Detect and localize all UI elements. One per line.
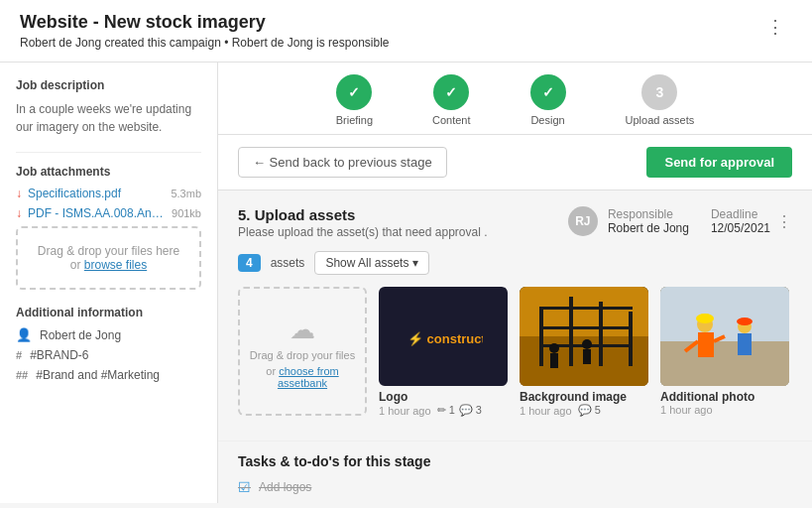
task-checkbox-done[interactable]: ☑ (238, 479, 251, 495)
brand-icon: # (16, 349, 22, 361)
svg-text:⚡ construct.: ⚡ construct. (407, 330, 483, 347)
upload-cloud-icon: ☁ (290, 315, 315, 345)
svg-rect-15 (660, 341, 789, 386)
browse-files-link[interactable]: browse files (84, 258, 147, 272)
asset-card-logo: ⚡ construct. Logo 1 hour ago ✏ 1 💬 3 (379, 287, 508, 417)
deadline-label: Deadline (711, 207, 770, 221)
send-back-button[interactable]: ← Send back to previous stage (238, 147, 447, 178)
task-label: Add logos (259, 480, 311, 494)
task-label: Check colors (259, 502, 327, 503)
asset-name-background: Background image (520, 390, 648, 404)
actions-bar: ← Send back to previous stage Send for a… (218, 135, 812, 190)
responsible-by: Robert de Jong (232, 36, 313, 50)
info-brand: #BRAND-6 (30, 348, 88, 362)
attachment-size: 901kb (172, 207, 201, 219)
choose-assetbank-link[interactable]: choose from assetbank (278, 365, 339, 389)
stage-label-design: Design (530, 114, 564, 126)
asset-drop-zone[interactable]: ☁ Drag & drop your files or choose from … (238, 287, 367, 416)
asset-meta-additional: 1 hour ago (660, 404, 789, 416)
content-area: ✓ Briefing ✓ Content ✓ Design 3 Upload a… (218, 63, 812, 503)
attachment-name[interactable]: Specifications.pdf (28, 187, 165, 200)
asset-meta-background: 1 hour ago 💬 5 (520, 404, 648, 417)
svg-rect-13 (583, 349, 591, 364)
stage-upload-assets: 3 Upload assets (626, 74, 695, 126)
top-bar: Website - New stock imagery Robert de Jo… (0, 0, 812, 63)
more-menu-button[interactable]: ⋮ (758, 12, 792, 42)
svg-rect-16 (660, 287, 789, 341)
info-item-tags: ## #Brand and #Marketing (16, 368, 201, 382)
stage-label-upload: Upload assets (626, 114, 695, 126)
send-approval-button[interactable]: Send for approval (646, 147, 792, 178)
svg-point-12 (582, 339, 592, 349)
svg-rect-22 (738, 333, 752, 355)
edit-icon: ✏ 1 (437, 404, 455, 417)
main-layout: Job description In a couple weeks we're … (0, 63, 812, 503)
stage-circle-content: ✓ (433, 74, 469, 110)
asset-card-additional: Additional photo 1 hour ago (660, 287, 789, 417)
page-title: Website - New stock imagery (20, 12, 389, 33)
stage-design: ✓ Design (530, 74, 566, 126)
svg-rect-18 (698, 332, 714, 357)
attachment-name[interactable]: PDF - ISMS.AA.008.Annex A... (28, 206, 166, 220)
stage-briefing: ✓ Briefing (336, 74, 373, 126)
worker-svg (660, 287, 789, 386)
responsible-label: Responsible (608, 207, 689, 221)
attachment-item: ↓ PDF - ISMS.AA.008.Annex A... 901kb (16, 206, 201, 220)
svg-rect-3 (539, 307, 543, 366)
construct-logo-svg: ⚡ construct. (404, 317, 483, 356)
job-description-text: In a couple weeks we're updating our ima… (16, 100, 201, 136)
info-item-user: 👤 Robert de Jong (16, 327, 201, 342)
assets-count-badge: 4 (238, 254, 261, 272)
tags-icon: ## (16, 369, 28, 381)
attachment-size: 5.3mb (171, 188, 201, 199)
avatar: RJ (568, 206, 598, 236)
svg-rect-5 (599, 302, 603, 366)
asset-thumb-additional[interactable] (660, 287, 789, 386)
asset-thumb-logo[interactable]: ⚡ construct. (379, 287, 508, 386)
download-icon: ↓ (16, 187, 22, 200)
tasks-title: Tasks & to-do's for this stage (238, 453, 792, 469)
attachments-title: Job attachments (16, 165, 201, 179)
svg-rect-8 (539, 326, 633, 329)
stage-more-button[interactable]: ⋮ (776, 212, 792, 231)
upload-stage-header: 5. Upload assets Please upload the asset… (238, 206, 792, 239)
page-subtitle: Robert de Jong created this campaign • R… (20, 36, 389, 50)
tasks-section: Tasks & to-do's for this stage ☑ Add log… (218, 441, 812, 503)
info-item-brand: # #BRAND-6 (16, 348, 201, 362)
assets-label: assets (271, 256, 305, 270)
user-icon: 👤 (16, 327, 32, 342)
asset-thumb-background[interactable] (520, 287, 648, 386)
svg-point-23 (696, 314, 714, 323)
comment-icon: 💬 5 (578, 404, 601, 417)
created-by: Robert de Jong (20, 36, 101, 50)
job-description-title: Job description (16, 78, 201, 92)
asset-card-background: Background image 1 hour ago 💬 5 (520, 287, 648, 417)
construction-svg (520, 287, 648, 386)
stage-circle-briefing: ✓ (336, 74, 372, 110)
deadline-date: 12/05/2021 (711, 221, 770, 235)
stage-content: ✓ Content (432, 74, 471, 126)
comment-icon: 💬 3 (459, 404, 482, 417)
assets-grid: ☁ Drag & drop your files or choose from … (238, 287, 792, 425)
stage-circle-upload: 3 (641, 74, 677, 110)
stages-bar: ✓ Briefing ✓ Content ✓ Design 3 Upload a… (218, 63, 812, 135)
asset-name-logo: Logo (379, 390, 508, 404)
svg-rect-6 (629, 312, 633, 366)
download-icon: ↓ (16, 206, 22, 220)
upload-stage-title: 5. Upload assets (238, 206, 488, 223)
additional-info-title: Additional information (16, 306, 201, 319)
info-user-name: Robert de Jong (40, 328, 121, 342)
task-checkbox-done[interactable]: ☑ (238, 501, 251, 503)
sidebar-drop-zone[interactable]: Drag & drop your files here or browse fi… (16, 226, 201, 290)
assets-filter-button[interactable]: Show All assets ▾ (314, 251, 429, 275)
assets-filter: 4 assets Show All assets ▾ (238, 251, 792, 275)
upload-stage-subtitle: Please upload the asset(s) that need app… (238, 225, 488, 239)
sidebar: Job description In a couple weeks we're … (0, 63, 218, 503)
info-tags: #Brand and #Marketing (36, 368, 160, 382)
responsible-section: RJ Responsible Robert de Jong Deadline 1… (568, 206, 770, 236)
responsible-name: Robert de Jong (608, 221, 689, 235)
task-item: ☑ Check colors (238, 501, 792, 503)
upload-stage-area: 5. Upload assets Please upload the asset… (218, 190, 812, 441)
svg-rect-11 (550, 353, 558, 368)
deadline-section: Deadline 12/05/2021 (711, 207, 770, 235)
